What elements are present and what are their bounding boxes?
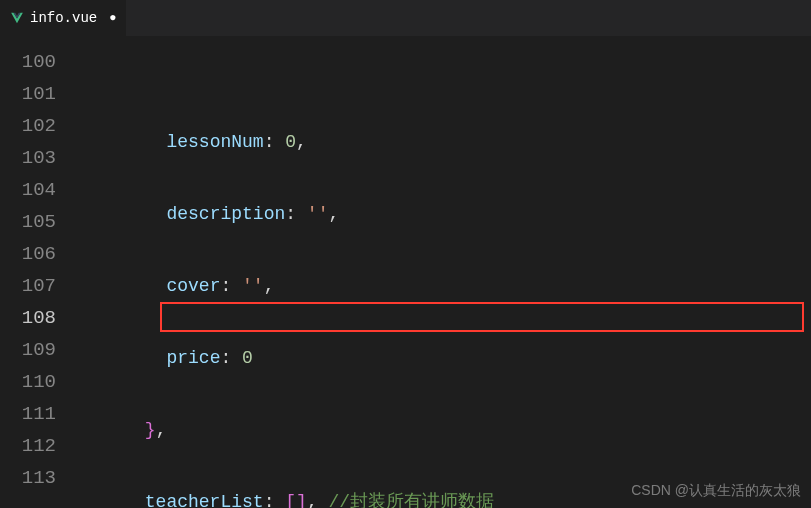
- vue-icon: [10, 11, 24, 25]
- line-number: 112: [0, 430, 56, 462]
- code-line: price: 0: [80, 342, 811, 374]
- line-number-gutter: 1001011021031041051061071081091101111121…: [0, 36, 80, 508]
- line-number: 103: [0, 142, 56, 174]
- code-editor[interactable]: 1001011021031041051061071081091101111121…: [0, 36, 811, 508]
- watermark: CSDN @认真生活的灰太狼: [631, 482, 801, 500]
- line-number: 104: [0, 174, 56, 206]
- tab-bar: info.vue ●: [0, 0, 811, 36]
- code-line: description: '',: [80, 198, 811, 230]
- line-number: 110: [0, 366, 56, 398]
- line-number: 113: [0, 462, 56, 494]
- line-number: 102: [0, 110, 56, 142]
- line-number: 101: [0, 78, 56, 110]
- tab-dirty-indicator: ●: [109, 11, 116, 25]
- code-line: cover: '',: [80, 270, 811, 302]
- line-number: 108: [0, 302, 56, 334]
- highlight-box: [160, 302, 804, 332]
- line-number: 100: [0, 46, 56, 78]
- code-line: lessonNum: 0,: [80, 126, 811, 158]
- line-number: 109: [0, 334, 56, 366]
- tab-info-vue[interactable]: info.vue ●: [0, 0, 127, 36]
- tab-label: info.vue: [30, 10, 97, 26]
- line-number: 105: [0, 206, 56, 238]
- code-area[interactable]: lessonNum: 0, description: '', cover: ''…: [80, 36, 811, 508]
- line-number: 111: [0, 398, 56, 430]
- code-line: },: [80, 414, 811, 446]
- line-number: 107: [0, 270, 56, 302]
- line-number: 106: [0, 238, 56, 270]
